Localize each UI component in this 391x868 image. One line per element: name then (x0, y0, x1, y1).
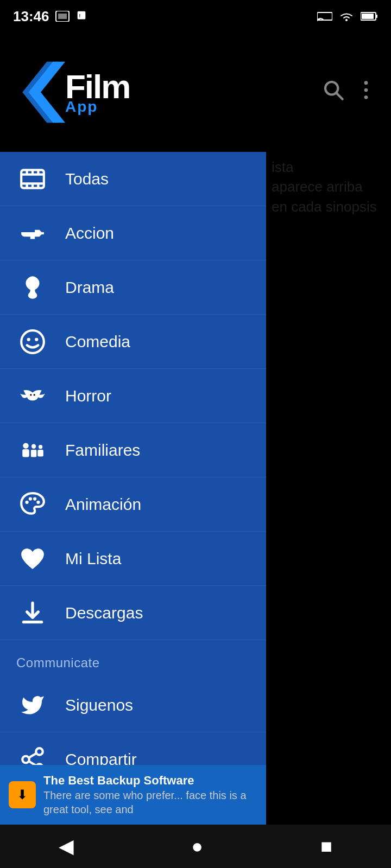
sim-icon (55, 11, 70, 22)
svg-point-27 (28, 292, 37, 299)
menu-label-familiares: Familiares (65, 441, 140, 459)
drawer-mask[interactable] (266, 152, 391, 825)
section-label: Communicate (16, 655, 100, 670)
svg-marker-11 (29, 62, 66, 123)
notification-icon: ! (75, 10, 87, 22)
menu-item-familiares[interactable]: Familiares (0, 423, 266, 477)
svg-point-43 (36, 748, 43, 755)
svg-rect-9 (362, 14, 374, 19)
more-button[interactable] (357, 79, 375, 106)
status-bar: 13:46 ! (0, 0, 391, 33)
svg-point-6 (345, 19, 348, 21)
ad-text: The Best Backup Software There are some … (43, 773, 257, 817)
logo: Film App (16, 54, 130, 130)
status-time: 13:46 ! (13, 8, 87, 25)
svg-point-32 (34, 394, 35, 395)
svg-point-30 (35, 337, 38, 341)
menu-item-todas[interactable]: Todas (0, 152, 266, 206)
battery-icon (361, 11, 378, 21)
svg-line-47 (29, 753, 36, 757)
app-header: Film App (0, 33, 391, 152)
cast-icon (317, 10, 332, 22)
menu-label-animacion: Animación (65, 495, 141, 514)
recent-button[interactable]: ■ (304, 829, 349, 863)
svg-text:!: ! (79, 14, 80, 18)
svg-point-44 (22, 756, 29, 763)
more-icon (357, 79, 375, 101)
time-display: 13:46 (13, 8, 49, 25)
menu-label-horror: Horror (65, 387, 111, 405)
menu-item-accion[interactable]: Accion (0, 206, 266, 260)
menu-item-drama[interactable]: Drama (0, 260, 266, 315)
home-button[interactable]: ● (175, 829, 219, 863)
svg-point-29 (27, 337, 30, 341)
back-button[interactable]: ◀ (42, 829, 90, 863)
menu-label-comedia: Comedia (65, 333, 130, 351)
menu-item-mi-lista[interactable]: Mi Lista (0, 532, 266, 586)
menu-label-mi-lista: Mi Lista (65, 550, 121, 568)
svg-point-40 (29, 497, 32, 500)
svg-point-16 (364, 95, 368, 99)
logo-chevron-icon (16, 54, 65, 130)
svg-point-35 (31, 444, 36, 448)
drama-icon (16, 271, 49, 304)
svg-rect-34 (22, 449, 29, 457)
communicate-section-header: Communicate (0, 640, 266, 678)
heart-icon (16, 542, 49, 575)
svg-point-39 (25, 500, 28, 503)
search-button[interactable] (323, 79, 344, 106)
header-actions (323, 79, 375, 106)
svg-rect-38 (37, 449, 43, 456)
menu-item-descargas[interactable]: Descargas (0, 586, 266, 640)
navigation-drawer: Todas Accion Drama Come (0, 152, 266, 825)
svg-point-37 (39, 445, 42, 449)
menu-item-comedia[interactable]: Comedia (0, 315, 266, 369)
svg-point-42 (36, 500, 40, 503)
gun-icon (16, 217, 49, 250)
menu-label-todas: Todas (65, 170, 109, 188)
twitter-icon (16, 689, 49, 722)
ad-title: The Best Backup Software (43, 773, 257, 789)
menu-item-animacion[interactable]: Animación (0, 477, 266, 532)
svg-point-31 (30, 394, 31, 395)
menu-label-siguenos: Siguenos (65, 696, 133, 714)
ad-icon: ⬇ (9, 781, 36, 808)
svg-rect-26 (38, 232, 43, 234)
download-icon (16, 597, 49, 629)
svg-point-14 (364, 81, 368, 85)
svg-point-15 (364, 88, 368, 92)
svg-rect-1 (58, 14, 67, 19)
menu-label-drama: Drama (65, 278, 114, 297)
menu-label-descargas: Descargas (65, 604, 143, 622)
logo-text: Film App (65, 70, 130, 114)
bottom-nav: ◀ ● ■ (0, 825, 391, 868)
menu-item-siguenos[interactable]: Siguenos (0, 678, 266, 732)
menu-item-horror[interactable]: Horror (0, 369, 266, 423)
family-icon (16, 434, 49, 467)
logo-app-text: App (65, 99, 130, 114)
film-icon (16, 163, 49, 195)
bat-icon (16, 380, 49, 412)
svg-line-13 (336, 93, 343, 99)
svg-point-41 (33, 497, 36, 500)
smiley-icon (16, 326, 49, 358)
status-icons (317, 10, 378, 22)
ad-subtitle: There are some who prefer... face this i… (43, 788, 257, 816)
search-icon (323, 79, 344, 101)
svg-point-33 (23, 443, 28, 448)
palette-icon (16, 488, 49, 521)
wifi-icon (339, 10, 354, 22)
svg-point-28 (21, 330, 44, 353)
svg-rect-36 (31, 449, 36, 457)
menu-label-accion: Accion (65, 224, 114, 242)
svg-rect-8 (376, 15, 377, 18)
ad-banner[interactable]: ⬇ The Best Backup Software There are som… (0, 765, 266, 825)
